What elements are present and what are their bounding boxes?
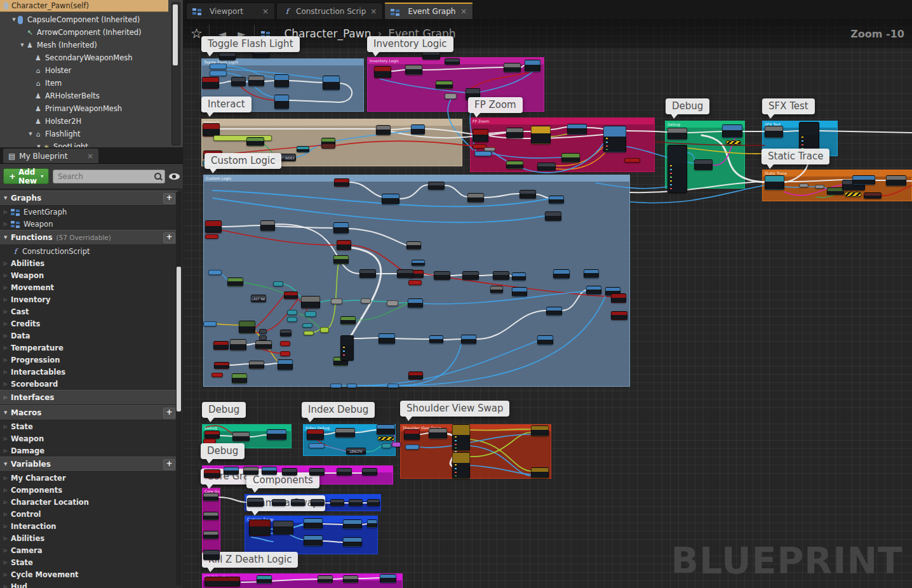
list-item-scoreboard[interactable]: ▷Scoreboard [0,378,178,390]
graph-node[interactable] [387,300,398,306]
section-header-functions[interactable]: ▼Functions(57 Overridable)+ [0,230,178,245]
graph-node[interactable] [333,222,349,234]
graph-canvas[interactable]: BLUEPRINT ☆ ◄ ► Character_Pawn › Event G… [183,19,912,588]
graph-node[interactable] [309,443,325,448]
graph-node[interactable] [512,287,527,297]
graph-node[interactable] [259,329,267,334]
close-icon[interactable]: × [460,7,467,16]
graph-node[interactable] [291,499,305,506]
graph-node[interactable] [224,467,239,475]
graph-node[interactable] [246,137,264,146]
expander-open-icon[interactable]: ▼ [19,43,25,48]
list-item-components[interactable]: ▷Components [0,484,178,496]
graph-node[interactable] [280,351,290,356]
tab-event-graph[interactable]: Event Graph× [384,3,473,19]
graph-node[interactable] [203,550,220,560]
graph-node[interactable] [337,240,351,250]
add-macros-button[interactable]: + [163,408,175,418]
graph-node[interactable] [624,158,640,163]
graph-node[interactable] [452,424,470,451]
graph-node[interactable] [506,161,523,169]
expander-icon[interactable]: ▷ [4,285,11,290]
graph-node[interactable] [493,271,509,280]
list-item-camera[interactable]: ▷Camera [0,544,178,556]
graph-node[interactable] [429,428,447,439]
graph-node[interactable] [333,255,349,264]
expander-icon[interactable]: ▷ [4,500,11,505]
section-header-graphs[interactable]: ▼Graphs+ [0,190,178,206]
list-item-cast[interactable]: ▷Cast [0,305,178,317]
expander-icon[interactable]: ▷ [4,548,11,553]
favorite-star-icon[interactable]: ☆ [191,26,203,41]
list-item-interaction[interactable]: ▷Interaction [0,520,178,532]
graph-node[interactable] [473,129,488,142]
graph-node[interactable] [667,128,687,140]
expander-icon[interactable]: ▷ [4,345,11,351]
section-header-variables[interactable]: ▼Variables+ [0,457,178,472]
graph-node[interactable] [584,269,599,278]
expander-icon[interactable]: ▷ [4,512,11,517]
graph-node[interactable] [525,60,540,72]
graph-node[interactable] [343,519,362,529]
graph-node[interactable] [204,469,220,478]
graph-node[interactable] [546,307,562,316]
graph-node[interactable] [537,163,556,171]
graph-node[interactable] [287,317,297,322]
expander-icon[interactable]: ▷ [4,560,11,565]
graph-node[interactable] [852,175,875,185]
expander-icon[interactable]: ▷ [4,424,11,429]
graph-node[interactable] [428,182,445,190]
graph-node[interactable] [452,452,470,479]
tree-item-capsulecomponent-inherited[interactable]: ▼CapsuleComponent (Inherited) [0,13,168,26]
graph-node[interactable] [376,125,391,135]
graph-node[interactable] [302,323,312,328]
graph-node[interactable] [274,95,289,109]
list-item-eventgraph[interactable]: ▷EventGraph [0,206,178,218]
list-item-weapon[interactable]: ▷Weapon [0,432,178,444]
graph-node[interactable] [272,499,286,506]
graph-node[interactable] [886,175,906,186]
graph-node[interactable] [255,340,272,349]
graph-node[interactable] [247,498,264,507]
graph-node[interactable] [232,373,247,384]
expander-open-icon[interactable]: ▼ [27,131,34,137]
graph-node[interactable] [374,66,391,78]
graph-node[interactable] [205,234,218,239]
graph-node[interactable] [301,296,320,309]
scrollbar-thumb[interactable] [177,267,181,411]
graph-node[interactable] [445,58,460,65]
graph-node[interactable] [340,335,354,361]
graph-node[interactable] [334,178,349,187]
graph-node[interactable] [320,327,329,333]
components-root-row[interactable]: Character_Pawn(self) [0,0,168,12]
graph-node[interactable] [284,291,298,299]
graph-node[interactable] [367,499,380,506]
graph-node[interactable] [379,333,395,344]
graph-node[interactable] [274,74,289,88]
graph-node[interactable] [408,298,423,308]
graph-node[interactable] [282,468,297,476]
list-item-temperature[interactable]: ▷Temperature [0,342,178,354]
expander-icon[interactable]: ▷ [4,395,11,400]
graph-node[interactable] [359,269,376,278]
tree-item-holster[interactable]: ⌂Holster [0,64,168,77]
graph-node[interactable] [273,281,283,286]
graph-node[interactable] [203,321,217,326]
graph-node[interactable] [248,76,264,86]
graph-node[interactable] [304,331,314,335]
list-item-abilities[interactable]: ▷Abilities [0,257,178,269]
list-item-progression[interactable]: ▷Progression [0,354,178,366]
expander-icon[interactable]: ▷ [4,476,11,481]
graph-node[interactable] [305,311,316,317]
expander-icon[interactable]: ▷ [4,222,11,227]
list-item-state[interactable]: ▷State [0,556,178,568]
graph-node[interactable] [203,531,218,539]
graph-node[interactable] [278,359,293,370]
list-item-character-location[interactable]: ▷Character Location [0,496,178,508]
graph-node[interactable] [267,429,286,440]
graph-node[interactable] [227,277,243,286]
expander-icon[interactable]: ▷ [4,584,11,588]
graph-node[interactable] [297,146,309,152]
section-header-macros[interactable]: ▼Macros+ [0,405,178,420]
add-functions-button[interactable]: + [163,232,175,243]
